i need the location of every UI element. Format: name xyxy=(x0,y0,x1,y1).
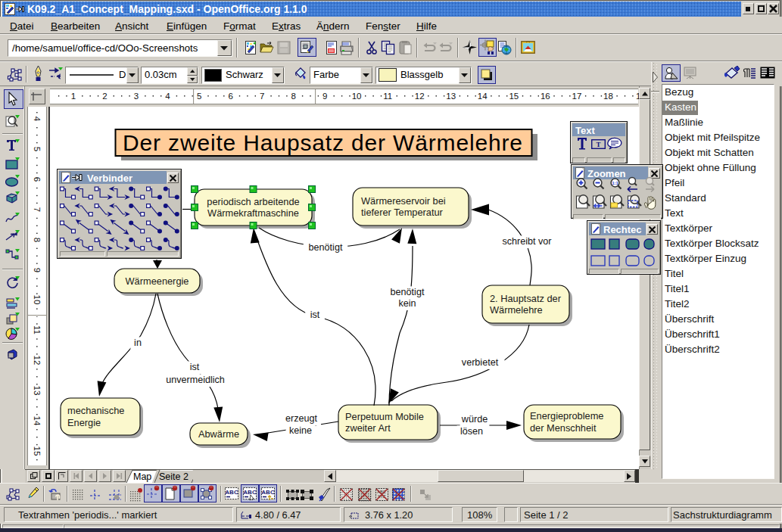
svg-text:lösen: lösen xyxy=(460,426,483,437)
svg-text:in: in xyxy=(134,338,142,348)
svg-text:ist: ist xyxy=(190,362,200,372)
svg-text:schreibt vor: schreibt vor xyxy=(502,236,551,247)
svg-text:ABC: ABC xyxy=(243,489,257,496)
svg-text:T: T xyxy=(596,141,600,148)
svg-text:ABC: ABC xyxy=(261,489,275,496)
svg-text:Wärmekraftmaschine: Wärmekraftmaschine xyxy=(207,207,299,219)
svg-text:tieferer Temperatur: tieferer Temperatur xyxy=(361,207,444,218)
svg-text:Wärmereservoir bei: Wärmereservoir bei xyxy=(361,195,446,207)
svg-text:benötigt: benötigt xyxy=(309,242,343,253)
svg-text:verbietet: verbietet xyxy=(462,357,499,368)
svg-text:ist: ist xyxy=(310,310,320,320)
svg-text:unvermeidlich: unvermeidlich xyxy=(166,375,225,385)
svg-text:Abwärme: Abwärme xyxy=(198,428,239,440)
svg-text:mechanische: mechanische xyxy=(67,405,124,416)
svg-text:Energie: Energie xyxy=(67,417,101,428)
svg-text:ABC: ABC xyxy=(225,489,238,496)
svg-text:zweiter Art: zweiter Art xyxy=(345,422,391,434)
svg-text:Wärmeenergie: Wärmeenergie xyxy=(126,275,189,287)
svg-text:kein: kein xyxy=(398,298,416,309)
svg-text:periodisch arbeitende: periodisch arbeitende xyxy=(207,196,299,207)
svg-text:1:1: 1:1 xyxy=(612,181,618,185)
svg-text:2. Hauptsatz der: 2. Hauptsatz der xyxy=(490,293,562,304)
svg-text:Energieprobleme: Energieprobleme xyxy=(530,410,603,422)
svg-text:Perpetuum Mobile: Perpetuum Mobile xyxy=(345,411,424,422)
svg-text:würde: würde xyxy=(461,414,488,425)
svg-text:benötigt: benötigt xyxy=(391,287,425,297)
svg-text:erzeugt: erzeugt xyxy=(285,413,318,424)
svg-text:Wärmelehre: Wärmelehre xyxy=(490,304,543,316)
svg-text:keine: keine xyxy=(289,425,312,436)
svg-text:Der zweite Haupsatz der Wärmel: Der zweite Haupsatz der Wärmelehre xyxy=(123,130,522,155)
svg-text:der Menschheit: der Menschheit xyxy=(530,422,597,434)
